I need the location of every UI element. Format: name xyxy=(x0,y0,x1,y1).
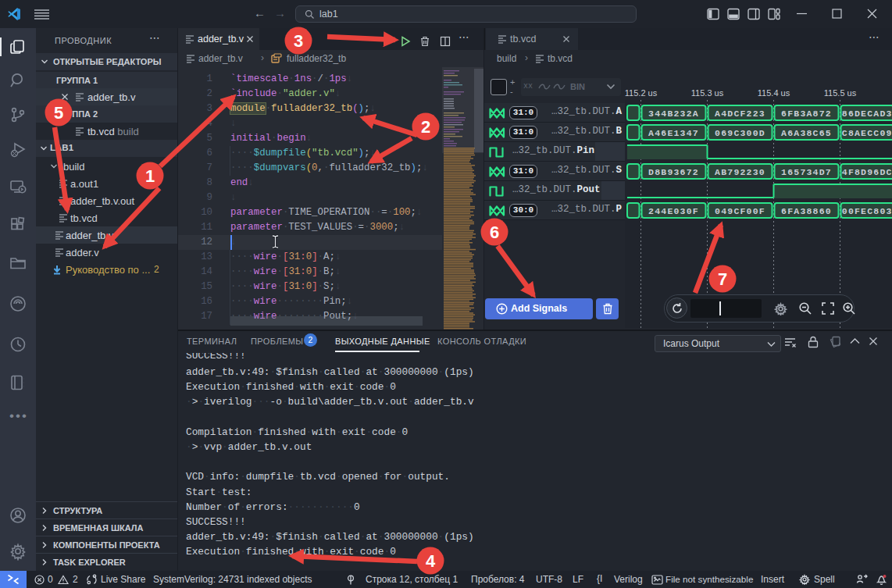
svg-text:D8B93672: D8B93672 xyxy=(648,167,699,177)
svg-text:00FEC803: 00FEC803 xyxy=(842,206,892,216)
svg-text:165734D7: 165734D7 xyxy=(781,167,832,177)
svg-text:4F8D96DC: 4F8D96DC xyxy=(842,167,892,177)
svg-text:A46E1347: A46E1347 xyxy=(648,128,699,138)
svg-text:86DECAD3: 86DECAD3 xyxy=(842,109,892,119)
svg-text:244E030F: 244E030F xyxy=(648,206,699,216)
svg-text:6FA38860: 6FA38860 xyxy=(781,206,832,216)
svg-text:A6A38C65: A6A38C65 xyxy=(781,128,832,138)
svg-text:344B232A: 344B232A xyxy=(648,109,699,119)
svg-text:A4DCF223: A4DCF223 xyxy=(715,109,765,119)
svg-text:C8AECC09: C8AECC09 xyxy=(842,128,892,138)
svg-text:AB792230: AB792230 xyxy=(715,167,765,177)
svg-text:049CF00F: 049CF00F xyxy=(715,206,765,216)
svg-text:6FB3A872: 6FB3A872 xyxy=(781,109,832,119)
svg-text:069C300D: 069C300D xyxy=(715,128,765,138)
